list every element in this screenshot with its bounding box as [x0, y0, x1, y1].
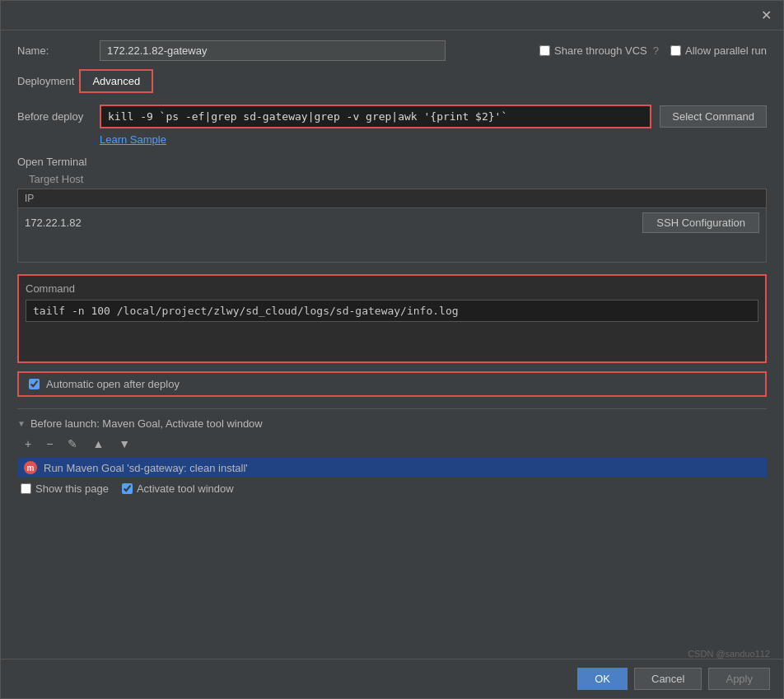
dialog-footer: OK Cancel Apply	[1, 659, 783, 698]
command-label: Command	[26, 282, 758, 295]
deployment-tab-label: Deployment	[17, 75, 74, 87]
remove-button[interactable]: −	[40, 435, 58, 453]
before-launch-section: ▼ Before launch: Maven Goal, Activate to…	[17, 408, 767, 495]
cancel-button[interactable]: Cancel	[634, 668, 702, 690]
command-input[interactable]	[26, 300, 758, 322]
ip-column-header: IP	[18, 189, 766, 208]
command-section: Command	[17, 274, 767, 363]
name-label: Name:	[17, 44, 91, 57]
watermark: CSDN @sanduo112	[688, 649, 770, 659]
dialog: ✕ Name: Share through VCS ? Allow parall…	[0, 0, 784, 699]
move-up-button[interactable]: ▲	[86, 435, 110, 453]
share-vcs-checkbox[interactable]	[539, 45, 550, 56]
before-deploy-label: Before deploy	[17, 110, 91, 123]
open-terminal-label: Open Terminal	[17, 156, 767, 168]
header-checkboxes: Share through VCS ? Allow parallel run	[539, 44, 767, 57]
ip-table: IP 172.22.1.82 SSH Configuration	[17, 189, 767, 263]
before-deploy-row: Before deploy Select Command	[17, 105, 767, 128]
activate-window-checkbox[interactable]	[122, 483, 133, 494]
maven-item-label: Run Maven Goal 'sd-gateway: clean instal…	[44, 462, 248, 474]
target-host-label: Target Host	[29, 173, 767, 185]
name-input[interactable]	[100, 40, 446, 61]
launch-toolbar: + − ✎ ▲ ▼	[17, 435, 767, 453]
show-page-checkbox[interactable]	[21, 483, 31, 494]
edit-button[interactable]: ✎	[62, 435, 83, 453]
auto-open-checkbox[interactable]	[29, 379, 40, 389]
before-deploy-input[interactable]	[100, 105, 651, 128]
before-launch-header[interactable]: ▼ Before launch: Maven Goal, Activate to…	[17, 417, 767, 430]
share-vcs-label[interactable]: Share through VCS ?	[539, 44, 659, 57]
maven-goal-item[interactable]: m Run Maven Goal 'sd-gateway: clean inst…	[17, 458, 767, 478]
apply-button[interactable]: Apply	[708, 668, 770, 690]
vcs-help-icon[interactable]: ?	[653, 44, 659, 57]
ssh-configuration-button[interactable]: SSH Configuration	[642, 212, 759, 233]
learn-sample-link[interactable]: Learn Sample	[100, 133, 767, 146]
name-row: Name: Share through VCS ? Allow parallel…	[17, 40, 767, 61]
allow-parallel-label[interactable]: Allow parallel run	[670, 44, 767, 57]
chevron-down-icon: ▼	[17, 419, 26, 428]
table-empty-row	[18, 237, 766, 262]
activate-window-label[interactable]: Activate tool window	[122, 482, 234, 495]
title-bar: ✕	[1, 1, 783, 30]
close-button[interactable]: ✕	[756, 6, 777, 25]
maven-icon: m	[24, 461, 37, 474]
tabs-row: Deployment Advanced	[17, 69, 767, 93]
ip-value: 172.22.1.82	[25, 217, 642, 229]
allow-parallel-checkbox[interactable]	[670, 45, 681, 56]
move-down-button[interactable]: ▼	[113, 435, 136, 453]
select-command-button[interactable]: Select Command	[660, 105, 767, 128]
add-button[interactable]: +	[19, 435, 37, 453]
tab-advanced[interactable]: Advanced	[79, 69, 153, 93]
ok-button[interactable]: OK	[577, 668, 628, 690]
dialog-content: Name: Share through VCS ? Allow parallel…	[1, 30, 783, 659]
before-launch-title: Before launch: Maven Goal, Activate tool…	[30, 417, 263, 430]
ip-table-row[interactable]: 172.22.1.82 SSH Configuration	[18, 208, 766, 237]
auto-open-section: Automatic open after deploy	[17, 371, 767, 397]
show-page-label[interactable]: Show this page	[21, 482, 109, 495]
bottom-checkboxes: Show this page Activate tool window	[17, 482, 767, 495]
auto-open-label: Automatic open after deploy	[46, 378, 180, 390]
